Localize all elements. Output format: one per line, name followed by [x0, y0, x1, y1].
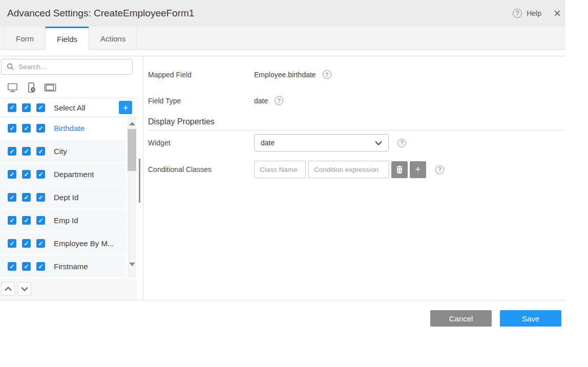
scrollbar-thumb[interactable] — [128, 129, 136, 171]
tab-content-gap — [0, 50, 565, 56]
list-item-birthdate[interactable]: Birthdate — [0, 117, 125, 140]
fields-tab-content: Select All + Birthdate City — [0, 56, 565, 300]
checkbox-mobile[interactable] — [22, 193, 31, 202]
move-down-button[interactable] — [17, 282, 31, 296]
field-type-help-icon[interactable] — [275, 96, 283, 105]
field-type-value: date — [254, 97, 268, 105]
list-item-emp-id[interactable]: Emp Id — [0, 209, 125, 232]
checkbox-mobile[interactable] — [22, 262, 31, 271]
close-icon[interactable]: × — [554, 7, 561, 19]
checkbox-desktop[interactable] — [8, 239, 16, 248]
tablet-icon[interactable] — [44, 82, 56, 93]
select-all-checkbox-tablet[interactable] — [36, 103, 45, 112]
field-type-label: Field Type — [148, 97, 254, 105]
checkbox-desktop[interactable] — [8, 262, 16, 271]
save-button[interactable]: Save — [500, 310, 561, 327]
widget-select-value: date — [261, 139, 275, 147]
checkbox-tablet[interactable] — [36, 193, 45, 202]
list-scrollbar[interactable] — [128, 117, 136, 277]
mapped-field-label: Mapped Field — [148, 71, 254, 79]
mobile-icon[interactable] — [26, 82, 36, 94]
field-label[interactable]: Department — [54, 170, 94, 179]
field-label[interactable]: Employee By M... — [54, 239, 114, 248]
device-toggle-row — [0, 77, 137, 98]
checkbox-desktop[interactable] — [8, 193, 16, 202]
panel-splitter[interactable] — [137, 56, 143, 300]
conditional-classes-label: Conditional Classes — [148, 165, 254, 174]
add-condition-button[interactable]: + — [410, 161, 426, 178]
list-item-department[interactable]: Department — [0, 163, 125, 186]
delete-condition-button[interactable] — [391, 161, 408, 178]
checkbox-mobile[interactable] — [22, 124, 31, 133]
chevron-down-icon — [375, 141, 382, 145]
checkbox-tablet[interactable] — [36, 262, 45, 271]
tab-actions[interactable]: Actions — [89, 27, 137, 49]
class-name-input[interactable] — [254, 161, 306, 178]
checkbox-desktop[interactable] — [8, 124, 16, 133]
field-label[interactable]: Firstname — [54, 262, 88, 271]
checkbox-mobile[interactable] — [22, 239, 31, 248]
field-properties-panel: Mapped Field Employee.birthdate Field Ty… — [143, 56, 565, 300]
mapped-field-value: Employee.birthdate — [254, 71, 316, 79]
checkbox-desktop[interactable] — [8, 216, 16, 225]
list-item-dept-id[interactable]: Dept Id — [0, 186, 125, 209]
trash-icon — [396, 166, 403, 174]
move-up-button[interactable] — [1, 282, 15, 296]
checkbox-desktop[interactable] — [8, 147, 16, 156]
widget-select[interactable]: date — [254, 134, 389, 152]
checkbox-tablet[interactable] — [36, 170, 45, 179]
tab-fields[interactable]: Fields — [45, 27, 89, 50]
page-background: Advanced Settings: CreateEmployeeForm1 H… — [0, 0, 588, 367]
checkbox-tablet[interactable] — [36, 124, 45, 133]
outer-scrollbar-thumb[interactable] — [139, 159, 140, 203]
select-all-label: Select All — [54, 103, 86, 112]
field-label[interactable]: City — [54, 147, 67, 156]
mapped-field-help-icon[interactable] — [323, 70, 331, 79]
chevron-down-icon — [21, 287, 28, 291]
search-input[interactable] — [18, 63, 116, 71]
list-item-city[interactable]: City — [0, 140, 125, 163]
tab-form[interactable]: Form — [4, 27, 46, 49]
help-link[interactable]: Help — [527, 9, 541, 17]
select-all-row: Select All + — [0, 98, 137, 117]
search-icon — [7, 63, 14, 71]
checkbox-tablet[interactable] — [36, 147, 45, 156]
search-box[interactable] — [1, 59, 133, 75]
mapped-field-row: Mapped Field Employee.birthdate — [148, 70, 565, 79]
cancel-button[interactable]: Cancel — [430, 310, 492, 327]
scroll-down-arrow-icon[interactable] — [129, 263, 135, 266]
field-label[interactable]: Birthdate — [54, 124, 85, 133]
checkbox-tablet[interactable] — [36, 239, 45, 248]
fields-sidebar: Select All + Birthdate City — [0, 56, 137, 300]
conditional-classes-help-icon[interactable] — [435, 165, 444, 174]
list-item-firstname[interactable]: Firstname — [0, 255, 125, 278]
add-field-button[interactable]: + — [119, 101, 132, 114]
help-icon[interactable] — [513, 9, 522, 18]
field-label[interactable]: Emp Id — [54, 216, 78, 225]
dialog-footer: Cancel Save — [0, 300, 565, 336]
condition-expression-input[interactable] — [308, 161, 389, 178]
reorder-buttons — [0, 278, 137, 300]
advanced-settings-dialog: Advanced Settings: CreateEmployeeForm1 H… — [0, 0, 565, 336]
widget-help-icon[interactable] — [397, 139, 406, 147]
field-label[interactable]: Dept Id — [54, 193, 78, 202]
dialog-titlebar: Advanced Settings: CreateEmployeeForm1 H… — [0, 0, 565, 27]
checkbox-desktop[interactable] — [8, 170, 16, 179]
checkbox-mobile[interactable] — [22, 216, 31, 225]
list-item-employee-by-m[interactable]: Employee By M... — [0, 232, 125, 255]
checkbox-mobile[interactable] — [22, 147, 31, 156]
scroll-up-arrow-icon[interactable] — [129, 122, 135, 125]
select-all-checkbox-mobile[interactable] — [22, 103, 31, 112]
select-all-checkbox-desktop[interactable] — [8, 103, 16, 112]
checkbox-tablet[interactable] — [36, 216, 45, 225]
titlebar-actions: Help × — [513, 7, 565, 19]
field-list: Birthdate City Department — [0, 117, 137, 278]
dialog-title: Advanced Settings: CreateEmployeeForm1 — [0, 8, 513, 19]
display-properties-heading: Display Properties — [148, 117, 565, 131]
checkbox-mobile[interactable] — [22, 170, 31, 179]
chevron-up-icon — [5, 287, 12, 291]
conditional-classes-row: Conditional Classes + — [148, 161, 565, 178]
widget-label: Widget — [148, 139, 254, 147]
widget-row: Widget date — [148, 134, 565, 152]
desktop-icon[interactable] — [7, 82, 18, 93]
